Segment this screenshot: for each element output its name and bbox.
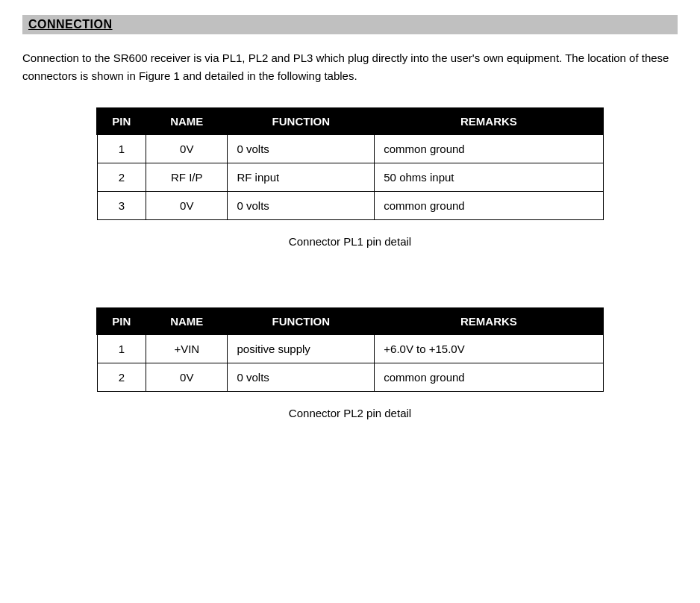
table2-row0-remarks: +6.0V to +15.0V: [375, 334, 603, 363]
table2-row0-name: +VIN: [146, 334, 228, 363]
table1-caption: Connector PL1 pin detail: [289, 235, 411, 248]
table2-row1-name: 0V: [146, 363, 228, 392]
page-title: CONNECTION: [28, 18, 672, 31]
table-row: 3 0V 0 volts common ground: [97, 192, 603, 220]
table2-row1-pin: 2: [97, 363, 146, 392]
table1: PIN NAME FUNCTION REMARKS 1 0V 0 volts c…: [96, 107, 604, 220]
table-row: 2 RF I/P RF input 50 ohms input: [97, 163, 603, 192]
table2-row1-function: 0 volts: [228, 363, 375, 392]
table-row: 2 0V 0 volts common ground: [97, 363, 603, 392]
table1-row0-remarks: common ground: [375, 134, 603, 163]
table1-row1-name: RF I/P: [146, 163, 228, 192]
table2-header-function: FUNCTION: [228, 308, 375, 334]
table1-row2-pin: 3: [97, 192, 146, 220]
table1-row0-name: 0V: [146, 134, 228, 163]
table1-header-function: FUNCTION: [228, 108, 375, 134]
table1-header-row: PIN NAME FUNCTION REMARKS: [97, 108, 603, 134]
table2-row1-remarks: common ground: [375, 363, 603, 392]
table2-header-remarks: REMARKS: [375, 308, 603, 334]
table1-section: PIN NAME FUNCTION REMARKS 1 0V 0 volts c…: [22, 107, 678, 278]
intro-paragraph: Connection to the SR600 receiver is via …: [22, 49, 678, 85]
table1-row2-remarks: common ground: [375, 192, 603, 220]
table-row: 1 +VIN positive supply +6.0V to +15.0V: [97, 334, 603, 363]
table2-section: PIN NAME FUNCTION REMARKS 1 +VIN positiv…: [22, 307, 678, 449]
table1-row1-remarks: 50 ohms input: [375, 163, 603, 192]
table1-header-pin: PIN: [97, 108, 146, 134]
table2-row0-pin: 1: [97, 334, 146, 363]
table1-header-remarks: REMARKS: [375, 108, 603, 134]
table1-row1-pin: 2: [97, 163, 146, 192]
table1-row1-function: RF input: [228, 163, 375, 192]
table2-row0-function: positive supply: [228, 334, 375, 363]
table2-caption: Connector PL2 pin detail: [289, 407, 411, 419]
table2: PIN NAME FUNCTION REMARKS 1 +VIN positiv…: [96, 307, 604, 392]
table1-row0-function: 0 volts: [228, 134, 375, 163]
page-header: CONNECTION: [22, 15, 678, 34]
table1-row2-name: 0V: [146, 192, 228, 220]
table1-header-name: NAME: [146, 108, 228, 134]
table2-header-name: NAME: [146, 308, 228, 334]
table1-row2-function: 0 volts: [228, 192, 375, 220]
table2-header-row: PIN NAME FUNCTION REMARKS: [97, 308, 603, 334]
table2-header-pin: PIN: [97, 308, 146, 334]
table1-row0-pin: 1: [97, 134, 146, 163]
table-row: 1 0V 0 volts common ground: [97, 134, 603, 163]
